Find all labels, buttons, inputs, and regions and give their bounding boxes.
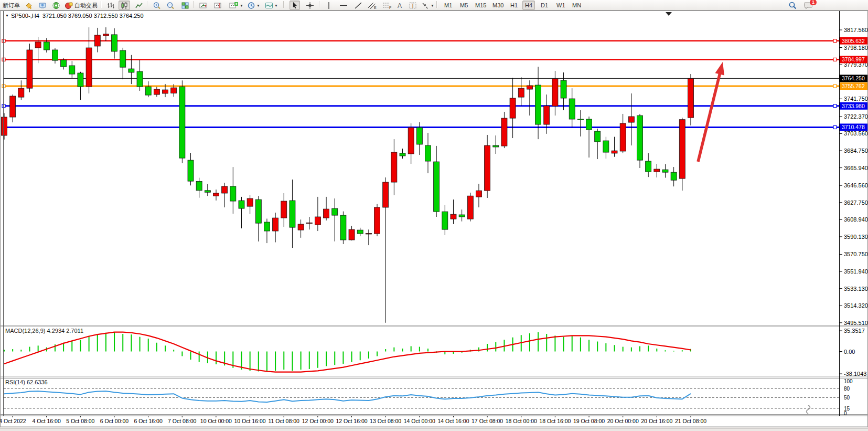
auto-scroll-icon[interactable] [212,1,223,10]
price-tick-label: 3495.510 [844,320,868,326]
chart-shift-icon[interactable] [197,1,209,10]
price-tick-label: 3817.560 [844,27,868,33]
candle [459,215,465,217]
template-menu-button[interactable]: ▼ [263,1,280,10]
candle [357,230,363,234]
channel-tool-icon[interactable]: E [366,1,379,10]
main-toolbar: 新订单 自动交易 ▼ ▼ ▼ E F A T ▼ M1 M5 M15 M30 H… [0,0,868,10]
candle [94,35,100,46]
tab-timeframe-w1[interactable]: W1 [554,1,568,10]
candle [425,145,431,161]
candle [671,172,677,180]
notifications-button[interactable]: 1 [802,1,815,10]
vertical-line-tool-icon[interactable] [324,1,334,10]
crosshair-tool-icon[interactable] [304,1,316,10]
horizontal-line-tool-icon[interactable] [338,1,349,10]
candle [290,201,295,227]
candle [86,48,92,87]
candle [662,170,668,172]
market-watch-icon[interactable] [37,1,48,10]
rsi-scale-label: 80 [844,386,850,392]
bar-chart-type-icon[interactable] [105,1,116,10]
candle [391,152,397,182]
time-tick-label: 10 Oct 00:00 [200,418,232,424]
price-tick-label: 3665.940 [844,165,868,171]
collapse-arrow-icon[interactable]: ▼ [5,14,9,17]
time-tick-label: 20 Oct 16:00 [641,418,672,424]
time-tick-label: 6 Oct 00:00 [100,418,128,424]
time-tick-label: 12 Oct 00:00 [302,418,334,424]
candle [586,119,592,130]
label-letter: T [411,3,414,9]
candle [61,60,67,67]
tab-timeframe-mn[interactable]: MN [570,1,584,10]
macd-label: MACD(12,26,9) 4.2934 2.7011 [5,328,83,334]
candle [434,162,440,212]
new-order-button[interactable]: 新订单 [1,1,22,10]
candle [264,222,270,231]
candle [188,160,194,181]
price-badge-label: 3805.632 [842,38,865,44]
tab-timeframe-m1[interactable]: M1 [442,1,455,10]
tab-timeframe-d1[interactable]: D1 [538,1,551,10]
candle [103,34,109,36]
line-chart-type-icon[interactable] [133,1,145,10]
tab-timeframe-m15[interactable]: M15 [473,1,489,10]
candle [247,198,253,206]
fibo-letter: F [389,6,391,9]
fibonacci-tool-icon[interactable]: F [381,1,393,10]
candle [569,99,575,119]
arrows-tool-button[interactable]: ▼ [420,1,436,10]
line-handle[interactable] [833,58,837,61]
rsi-label: RSI(14) 62.6336 [5,379,48,385]
tab-timeframe-m30[interactable]: M30 [490,1,506,10]
candlestick-chart-type-icon[interactable] [119,1,130,10]
signals-icon[interactable] [50,1,62,10]
candle [171,88,177,93]
candle [145,87,151,95]
zoom-in-icon[interactable] [151,1,163,10]
autotrade-button[interactable]: 自动交易 [63,1,99,10]
tab-timeframe-m5[interactable]: M5 [457,1,470,10]
time-tick-label: 21 Oct 08:00 [675,418,706,424]
price-tick-label: 3646.560 [844,182,868,188]
tile-windows-icon[interactable] [179,1,191,10]
autotrade-label: 自动交易 [74,2,98,9]
add-indicator-button[interactable]: ▼ [228,1,245,10]
cursor-tool-icon[interactable] [290,1,300,10]
line-handle[interactable] [833,39,837,43]
text-letter: A [398,2,402,9]
line-handle[interactable] [833,125,837,129]
price-badge-label: 3764.250 [842,75,865,81]
time-tick-label: 11 Oct 08:00 [269,418,300,424]
timeframe-menu-button[interactable]: ▼ [245,1,262,10]
chevron-down-icon: ▼ [240,4,243,7]
text-tool-icon[interactable]: A [394,1,405,10]
candle [366,234,371,234]
candle [544,106,550,124]
candle [298,224,304,230]
time-tick-label: 10 Oct 16:00 [234,418,265,424]
styles-bucket-icon[interactable] [23,1,35,10]
candle [485,145,490,191]
chevron-down-icon: ▼ [431,4,434,7]
tab-timeframe-h1[interactable]: H1 [508,1,520,10]
time-tick-label: 18 Oct 00:00 [506,418,537,424]
line-handle[interactable] [833,85,837,88]
trendline-tool-icon[interactable] [352,1,364,10]
rsi-scale-label: 50 [844,395,850,401]
candle [518,88,524,97]
label-tool-icon[interactable]: T [407,1,419,10]
zoom-out-icon[interactable] [165,1,176,10]
candle [230,186,236,201]
tab-timeframe-h4[interactable]: H4 [522,1,535,10]
candle [595,131,601,142]
chart-background [1,10,867,427]
search-icon[interactable] [787,1,799,10]
line-handle[interactable] [833,104,837,108]
macd-scale-label: 35.3517 [844,328,865,334]
candle [577,119,583,120]
chart-canvas[interactable]: 3817.5603798.1803779.3703741.7503722.370… [0,10,868,428]
price-tick-label: 3551.940 [844,268,868,275]
candle [400,153,405,156]
